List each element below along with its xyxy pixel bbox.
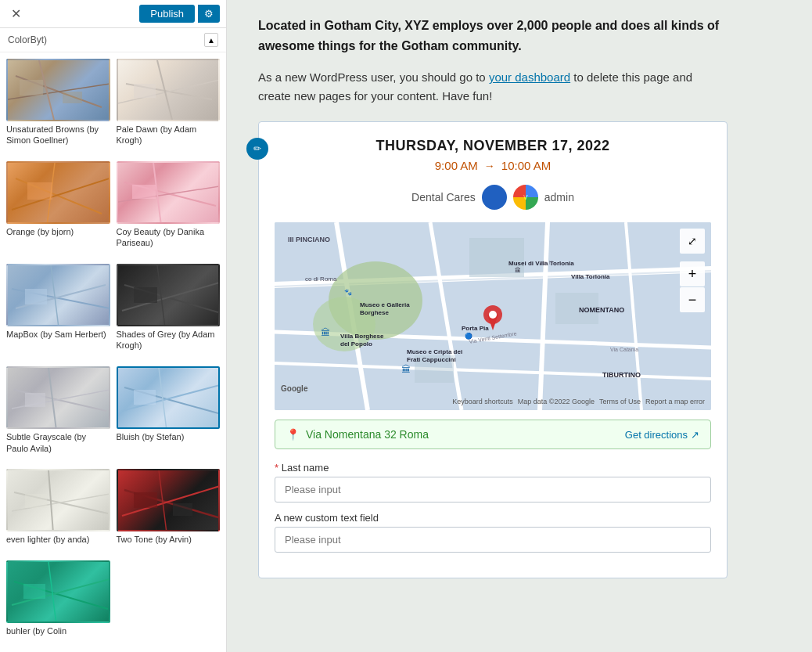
sidebar-title: ColorByt) <box>8 34 47 45</box>
map-style-two-tone[interactable]: Two Tone (by Arvin) <box>117 469 221 554</box>
map-style-subtle[interactable]: Subtle Grayscale (by Paulo Avila) <box>6 366 110 463</box>
location-left: 📍 Via Nomentana 32 Roma <box>286 428 429 441</box>
map-label-two-tone: Two Tone (by Arvin) <box>117 534 221 545</box>
map-background-svg: III PINCIANO co di Roma 🐾 Museo e Galler… <box>275 222 711 410</box>
map-thumb-shades-grey <box>117 264 221 326</box>
dashboard-link[interactable]: your dashboard <box>489 70 570 84</box>
custom-field-label: A new custom text field <box>275 512 711 524</box>
svg-line-19 <box>51 265 59 325</box>
map-preview-svg-buhler <box>8 562 109 621</box>
svg-text:Borghese: Borghese <box>360 309 389 316</box>
map-label-subtle: Subtle Grayscale (by Paulo Avila) <box>6 431 110 454</box>
main-content: Located in Gotham City, XYZ employs over… <box>227 0 812 652</box>
svg-text:TIBURTINO: TIBURTINO <box>602 371 641 379</box>
svg-text:Villa Borghese: Villa Borghese <box>340 333 384 340</box>
map-style-grid: Unsaturated Browns (by Simon Goellner) P… <box>0 52 226 652</box>
map-preview-svg-shades-grey <box>118 265 219 325</box>
map-footer: Keyboard shortcuts Map data ©2022 Google… <box>452 398 705 405</box>
sidebar-title-bar: ColorByt) ▲ <box>0 28 226 52</box>
keyboard-shortcuts[interactable]: Keyboard shortcuts <box>452 398 513 405</box>
report-map-error[interactable]: Report a map error <box>645 398 705 405</box>
event-card: ✏ THURSDAY, NOVEMBER 17, 2022 9:00 AM → … <box>258 121 728 578</box>
event-time-end: 10:00 AM <box>501 159 551 172</box>
map-fullscreen-button[interactable]: ⤢ <box>680 229 705 254</box>
svg-text:Museo e Galleria: Museo e Galleria <box>360 301 410 308</box>
get-directions-link[interactable]: Get directions ↗ <box>625 429 699 441</box>
map-style-shades-grey[interactable]: Shades of Grey (by Adam Krogh) <box>117 264 221 360</box>
google-logo: Google <box>281 384 307 393</box>
map-style-pale-dawn[interactable]: Pale Dawn (by Adam Krogh) <box>117 59 221 155</box>
svg-rect-28 <box>25 393 45 407</box>
sidebar: ✕ Publish ⚙ ColorByt) ▲ Unsatur <box>0 0 227 652</box>
map-thumb-unsaturated <box>6 59 110 121</box>
scroll-up-button[interactable]: ▲ <box>204 33 218 47</box>
map-label-buhler: buhler (by Colin <box>6 625 110 636</box>
svg-text:del Popolo: del Popolo <box>340 340 372 348</box>
map-zoom-in-button[interactable]: + <box>680 261 705 286</box>
svg-rect-40 <box>134 492 157 508</box>
map-style-buhler[interactable]: buhler (by Colin <box>6 560 110 646</box>
intro-bold-text: Located in Gotham City, XYZ employs over… <box>258 16 728 56</box>
svg-text:🏛: 🏛 <box>321 327 330 338</box>
map-thumb-bluish <box>117 366 221 429</box>
map-data-label: Map data ©2022 Google <box>518 398 595 405</box>
map-thumb-even-lighter <box>6 469 110 531</box>
svg-text:🏛: 🏛 <box>401 364 411 375</box>
svg-text:Villa Torlonia: Villa Torlonia <box>571 273 610 280</box>
terms-of-use[interactable]: Terms of Use <box>599 398 641 405</box>
external-link-icon: ↗ <box>691 429 699 441</box>
map-label-unsaturated: Unsaturated Browns (by Simon Goellner) <box>6 124 110 146</box>
svg-rect-20 <box>25 289 47 304</box>
publish-button[interactable]: Publish <box>139 5 195 23</box>
map-preview-svg-mapbox <box>8 265 109 325</box>
last-name-input[interactable] <box>275 477 711 503</box>
event-map: III PINCIANO co di Roma 🐾 Museo e Galler… <box>275 222 711 410</box>
last-name-label: * Last name <box>275 462 711 474</box>
map-preview-svg-two-tone <box>118 470 219 530</box>
event-organizers: Dental Cares V admin <box>275 185 711 210</box>
event-time-start: 9:00 AM <box>435 159 478 172</box>
svg-point-83 <box>489 311 497 319</box>
map-thumb-mapbox <box>6 264 110 326</box>
svg-rect-24 <box>134 287 157 303</box>
fullscreen-icon: ⤢ <box>688 235 697 247</box>
sidebar-header: ✕ Publish ⚙ <box>0 0 226 28</box>
map-style-unsaturated[interactable]: Unsaturated Browns (by Simon Goellner) <box>6 59 110 155</box>
secondary-text-start: As a new WordPress user, you should go t… <box>258 70 489 84</box>
location-address: Via Nomentana 32 Roma <box>306 428 429 441</box>
svg-line-6 <box>118 80 219 103</box>
map-style-even-lighter[interactable]: even lighter (by anda) <box>6 469 110 554</box>
map-zoom-out-button[interactable]: − <box>680 287 705 312</box>
svg-text:Porta Pia: Porta Pia <box>462 325 489 332</box>
map-preview-svg-coy-beauty <box>118 163 219 222</box>
settings-button[interactable]: ⚙ <box>198 5 220 23</box>
map-style-mapbox[interactable]: MapBox (by Sam Herbert) <box>6 264 110 360</box>
map-preview-svg-pale-dawn <box>118 60 219 120</box>
event-form: * Last name A new custom text field <box>275 462 711 562</box>
svg-rect-3 <box>20 80 43 95</box>
organizer2-label: admin <box>544 191 574 204</box>
edit-icon[interactable]: ✏ <box>246 138 268 160</box>
svg-rect-32 <box>134 390 156 405</box>
map-label-orange: Orange (by bjorn) <box>6 226 110 237</box>
organizer1-avatar <box>482 185 507 210</box>
svg-rect-45 <box>23 584 45 599</box>
map-label-shades-grey: Shades of Grey (by Adam Krogh) <box>117 329 221 351</box>
map-thumb-pale-dawn <box>117 59 221 121</box>
svg-rect-41 <box>173 503 192 516</box>
svg-rect-36 <box>25 494 47 508</box>
map-preview-svg-unsaturated <box>8 60 109 120</box>
map-preview-svg-bluish <box>118 368 219 427</box>
svg-rect-4 <box>63 92 82 103</box>
map-style-coy-beauty[interactable]: Coy Beauty (by Danika Pariseau) <box>117 161 221 258</box>
map-style-bluish[interactable]: Bluish (by Stefan) <box>117 366 221 463</box>
location-bar: 📍 Via Nomentana 32 Roma Get directions ↗ <box>275 420 711 449</box>
secondary-text: As a new WordPress user, you should go t… <box>258 68 728 106</box>
event-date: THURSDAY, NOVEMBER 17, 2022 <box>275 138 711 154</box>
organizer1-label: Dental Cares <box>411 191 476 204</box>
custom-field-label-text: A new custom text field <box>275 512 379 524</box>
organizer2-avatar: V <box>513 185 538 210</box>
close-button[interactable]: ✕ <box>6 5 26 23</box>
custom-field-input[interactable] <box>275 527 711 553</box>
map-style-orange[interactable]: Orange (by bjorn) <box>6 161 110 258</box>
